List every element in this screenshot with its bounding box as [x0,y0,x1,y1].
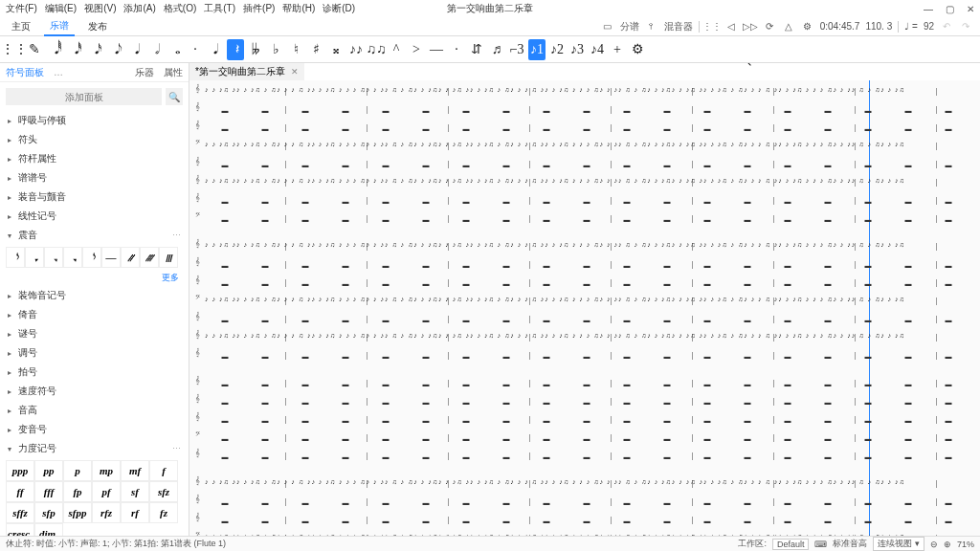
menu-file[interactable]: 文件(F) [6,2,37,15]
dynamics-cell-1[interactable]: pp [34,460,63,481]
palette-search-input[interactable] [6,88,162,105]
palette-item-a0[interactable]: ▸呼吸与停顿 [0,111,189,130]
voice-2[interactable]: ♪2 [548,39,566,60]
staff[interactable]: 𝄞▬▬▬▬▬▬▬▬▬▬▬▬▬▬▬▬▬▬▬ [193,412,976,430]
flat[interactable]: ♭ [267,39,284,60]
palette-item-b1[interactable]: ▸倚音 [0,305,189,324]
metronome-icon[interactable]: △ [782,20,795,33]
rewind-icon[interactable]: ◁ [724,20,738,33]
dynamics-cell-13[interactable]: sfp [34,502,63,523]
dynamics-cell-3[interactable]: mp [92,460,121,481]
tremolo-cell-2[interactable]: 𝅐 [44,247,63,268]
undo-icon[interactable]: ↶ [940,20,953,33]
palette-item-b0[interactable]: ▸装饰音记号 [0,286,189,305]
dynamics-cell-10[interactable]: sf [121,481,149,502]
redo-icon[interactable]: ↷ [959,20,972,33]
palette-item-a3[interactable]: ▸谱谱号 [0,168,189,187]
dynamics-cell-14[interactable]: sfpp [63,502,92,523]
note-16[interactable]: 𝅘𝅥𝅯 [86,39,103,60]
palette-handle-icon[interactable]: ⋯ [172,444,181,453]
accent[interactable]: > [408,39,425,60]
double-sharp[interactable]: 𝄪 [327,39,345,60]
view-mode-select[interactable]: 连续视图 ▾ [873,537,924,551]
tenuto[interactable]: — [428,39,445,60]
staff[interactable]: 𝄞♪ ♪ ♪♫ ♪♪ ♪ ♪♫ ♪ ♫♪ ♪ ♪ ♫ ♪♪ ♪ ♪♫ ♪ ♪ ♪… [193,175,976,192]
marcato[interactable]: ^ [388,39,405,60]
note-64[interactable]: 𝅘𝅥𝅱 [46,39,63,60]
drag-icon[interactable]: ⋮⋮ [6,39,23,60]
palette-item-dynamics[interactable]: ▾力度记号⋯ [0,439,189,458]
loop-icon[interactable]: ⟳ [763,20,776,33]
zoom-value[interactable]: 71% [957,540,974,549]
staff[interactable]: 𝄞▬▬▬▬▬▬▬▬▬▬▬▬▬▬▬▬▬▬▬ [193,495,976,512]
staff[interactable]: 𝄞▬▬▬▬▬▬▬▬▬▬▬▬▬▬▬▬▬▬▬ [193,257,976,275]
palette-item-b3[interactable]: ▸调号 [0,343,189,363]
sidebar-tab-more[interactable]: … [54,67,63,77]
dynamics-cell-17[interactable]: fz [149,502,178,523]
palette-item-a4[interactable]: ▸装音与颤音 [0,187,189,207]
dot[interactable]: · [187,39,204,60]
staff[interactable]: 𝄞▬▬▬▬▬▬▬▬▬▬▬▬▬▬▬▬▬▬▬ [193,513,976,530]
window-maximize-icon[interactable]: ▢ [944,4,955,14]
tempo-value[interactable]: 92 [924,21,934,32]
palette-item-a1[interactable]: ▸符头 [0,130,189,149]
note-8[interactable]: 𝅘𝅥𝅮 [106,39,123,60]
palette-item-b4[interactable]: ▸拍号 [0,363,189,382]
voice-3[interactable]: ♪3 [568,39,586,60]
staccato[interactable]: · [448,39,465,60]
parts-icon[interactable]: ▭ [601,20,614,33]
staff[interactable]: 𝄞♪ ♪ ♪♫ ♪♪ ♪ ♪♫ ♪ ♫♪ ♪ ♪ ♫ ♪♪ ♪ ♪♫ ♪ ♪ ♪… [193,476,976,494]
staff[interactable]: 𝄞▬▬▬▬▬▬▬▬▬▬▬▬▬▬▬▬▬▬▬ [193,102,976,120]
menu-format[interactable]: 格式(O) [164,2,196,15]
tuplet[interactable]: ⌐3 [508,39,525,60]
mixer-icon[interactable]: ⫯ [645,20,658,33]
document-tab[interactable]: *第一交响曲第二乐章 ✕ [189,63,304,80]
zoom-in-icon[interactable]: ⊕ [944,540,951,549]
play-icon[interactable]: ▷▷ [744,20,757,33]
staff[interactable]: 𝄞▬▬▬▬▬▬▬▬▬▬▬▬▬▬▬▬▬▬▬ [193,193,976,210]
playback-settings-icon[interactable]: ⚙ [801,20,814,33]
dynamics-cell-9[interactable]: pf [92,481,121,502]
menu-diag[interactable]: 诊断(D) [323,2,355,15]
staff[interactable]: 𝄢♪ ♪ ♪♫ ♪♪ ♪ ♪♫ ♪ ♫♪ ♪ ♪ ♫ ♪♪ ♪ ♪♫ ♪ ♪ ♪… [193,139,976,156]
layout-toggle-icon[interactable]: ⋮⋮ [705,20,719,33]
dotted-note[interactable]: 𝅘𝅥. [207,39,224,60]
staff[interactable]: 𝄢▬▬▬▬▬▬▬▬▬▬▬▬▬▬▬▬▬▬▬ [193,430,976,448]
voice-1[interactable]: ♪1 [528,39,546,60]
tab-home[interactable]: 主页 [6,18,36,35]
window-minimize-icon[interactable]: — [923,4,934,14]
voice-4[interactable]: ♪4 [589,39,606,60]
staff[interactable]: 𝄞▬▬▬▬▬▬▬▬▬▬▬▬▬▬▬▬▬▬▬ [193,376,976,393]
tab-score[interactable]: 乐谱 [44,17,75,36]
dynamics-cell-19[interactable]: dim. [34,523,63,536]
menu-plugins[interactable]: 插件(P) [243,2,275,15]
menu-view[interactable]: 视图(V) [84,2,116,15]
palette-item-b6[interactable]: ▸音高 [0,401,189,420]
staff[interactable]: 𝄞♪ ♪ ♪♫ ♪♪ ♪ ♪♫ ♪ ♫♪ ♪ ♪ ♫ ♪♪ ♪ ♪♫ ♪ ♪ ♪… [193,330,976,347]
dynamics-cell-5[interactable]: f [149,460,178,481]
score-canvas[interactable]: 𝄞♪ ♪ ♪♫ ♪♪ ♪ ♪♫ ♪ ♫♪ ♪ ♪ ♫ ♪♪ ♪ ♪♫ ♪ ♪ ♪… [189,80,980,536]
tab-publish[interactable]: 发布 [82,18,113,35]
settings[interactable]: ⚙ [629,39,646,60]
staff[interactable]: 𝄞▬▬▬▬▬▬▬▬▬▬▬▬▬▬▬▬▬▬▬ [193,348,976,365]
dynamics-cell-7[interactable]: fff [34,481,63,502]
palette-item-b2[interactable]: ▸谜号 [0,324,189,343]
staff[interactable]: 𝄞▬▬▬▬▬▬▬▬▬▬▬▬▬▬▬▬▬▬▬ [193,312,976,329]
grace[interactable]: ♬ [488,39,505,60]
note-32[interactable]: 𝅘𝅥𝅰 [66,39,83,60]
pencil-icon[interactable]: ✎ [26,39,43,60]
palette-item-b5[interactable]: ▸速度符号 [0,382,189,401]
dynamics-cell-8[interactable]: fp [63,481,92,502]
staff[interactable]: 𝄞♪ ♪ ♪♫ ♪♪ ♪ ♪♫ ♪ ♫♪ ♪ ♪ ♫ ♪♪ ♪ ♪♫ ♪ ♪ ♪… [193,239,976,256]
sidebar-tab-palettes[interactable]: 符号面板 [6,66,44,79]
menu-add[interactable]: 添加(A) [123,2,155,15]
concert-pitch-toggle[interactable]: 标准音高 [833,538,867,550]
tremolo-cell-4[interactable]: 𝅮 [82,247,101,268]
palette-item-a5[interactable]: ▸线性记号 [0,207,189,226]
parts-label[interactable]: 分谱 [620,20,639,33]
tremolo-cell-8[interactable]: ⫼ [159,247,178,268]
staff[interactable]: 𝄢♪ ♪ ♪♫ ♪♪ ♪ ♪♫ ♪ ♫♪ ♪ ♪ ♫ ♪♪ ♪ ♪♫ ♪ ♪ ♪… [193,294,976,311]
staff[interactable]: 𝄞▬▬▬▬▬▬▬▬▬▬▬▬▬▬▬▬▬▬▬ [193,276,976,293]
tremolo-cell-0[interactable]: 𝅮 [6,247,25,268]
dynamics-cell-2[interactable]: p [63,460,92,481]
